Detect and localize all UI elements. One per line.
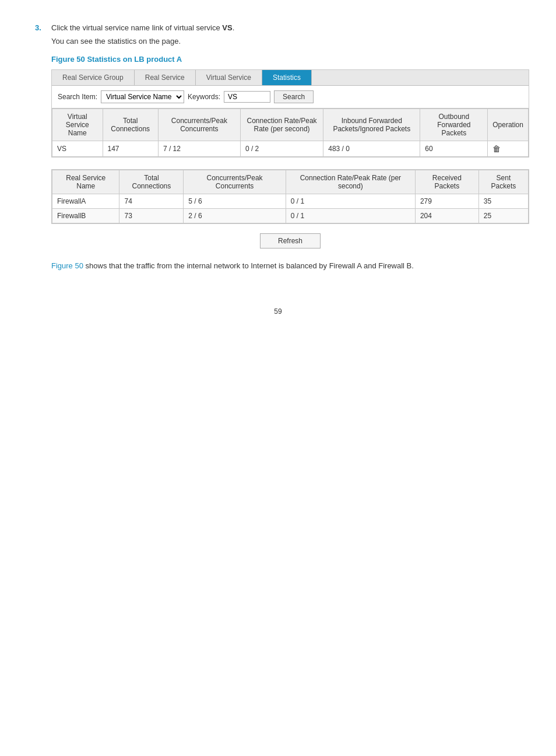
- sub-text: You can see the statistics on the page.: [51, 37, 521, 46]
- figure-50-link[interactable]: Figure 50: [51, 261, 83, 270]
- rs-name-1: FirewallB: [52, 209, 119, 223]
- rs-concurrents-1: 2 / 6: [184, 209, 286, 223]
- search-select[interactable]: Virtual Service Name: [101, 90, 184, 103]
- col-total-connections: Total Connections: [103, 109, 158, 141]
- col-rs-sent: Sent Packets: [478, 170, 528, 194]
- col-rs-concurrents: Concurrents/Peak Concurrents: [184, 170, 286, 194]
- figure-container: Real Service Group Real Service Virtual …: [51, 69, 529, 158]
- rs-received-1: 204: [415, 209, 478, 223]
- vs-concurrents: 7 / 12: [158, 141, 240, 157]
- real-service-table: Real Service Name Total Connections Conc…: [52, 170, 529, 223]
- col-rs-name: Real Service Name: [52, 170, 119, 194]
- keywords-label: Keywords:: [188, 93, 220, 101]
- rs-sent-0: 35: [478, 194, 528, 209]
- table-row: VS 147 7 / 12 0 / 2 483 / 0 60: [52, 141, 529, 157]
- col-rs-connection-rate: Connection Rate/Peak Rate (per second): [286, 170, 415, 194]
- rs-received-0: 279: [415, 194, 478, 209]
- col-virtual-service-name: Virtual Service Name: [52, 109, 103, 141]
- vs-name: VS: [52, 141, 103, 157]
- rs-sent-1: 25: [478, 209, 528, 223]
- col-rs-total-connections: Total Connections: [119, 170, 184, 194]
- body-text-content: shows that the traffic from the internal…: [83, 261, 414, 270]
- rs-name-0: FirewallA: [52, 194, 119, 209]
- tabs-bar: Real Service Group Real Service Virtual …: [52, 70, 529, 86]
- step-number: 3.: [35, 23, 51, 32]
- refresh-area: Refresh: [51, 233, 529, 249]
- step-3: 3. Click the virtual service name link o…: [35, 23, 521, 32]
- search-bar: Search Item: Virtual Service Name Keywor…: [52, 86, 529, 108]
- table-row: FirewallA 74 5 / 6 0 / 1 279 35: [52, 194, 529, 209]
- col-rs-received: Received Packets: [415, 170, 478, 194]
- tab-virtual-service[interactable]: Virtual Service: [196, 70, 262, 85]
- tab-real-service[interactable]: Real Service: [135, 70, 196, 85]
- search-item-label: Search Item:: [58, 93, 97, 101]
- table-row: FirewallB 73 2 / 6 0 / 1 204 25: [52, 209, 529, 223]
- figure-caption: Figure 50 Statistics on LB product A: [51, 55, 521, 64]
- vs-operation[interactable]: [488, 141, 529, 157]
- step-text-before: Click the virtual service name link of v…: [51, 23, 222, 32]
- trash-icon[interactable]: [492, 144, 501, 153]
- rs-total-0: 74: [119, 194, 184, 209]
- col-connection-rate: Connection Rate/Peak Rate (per second): [240, 109, 323, 141]
- vs-total-connections: 147: [103, 141, 158, 157]
- body-text: Figure 50 shows that the traffic from th…: [51, 260, 521, 272]
- page-number: 59: [35, 307, 521, 316]
- tab-statistics[interactable]: Statistics: [262, 70, 312, 85]
- vs-connection-rate: 0 / 2: [240, 141, 323, 157]
- step-bold-text: VS: [222, 23, 232, 32]
- rs-total-1: 73: [119, 209, 184, 223]
- tab-real-service-group[interactable]: Real Service Group: [52, 70, 135, 85]
- vs-inbound: 483 / 0: [323, 141, 420, 157]
- rs-connrate-1: 0 / 1: [286, 209, 415, 223]
- refresh-button[interactable]: Refresh: [260, 233, 321, 249]
- virtual-service-table: Virtual Service Name Total Connections C…: [52, 108, 529, 157]
- search-button[interactable]: Search: [274, 90, 314, 103]
- col-concurrents: Concurrents/Peak Concurrents: [158, 109, 240, 141]
- col-operation: Operation: [488, 109, 529, 141]
- step-text-after: .: [233, 23, 235, 32]
- keywords-input[interactable]: [224, 91, 270, 103]
- vs-outbound: 60: [420, 141, 488, 157]
- col-outbound: Outbound Forwarded Packets: [420, 109, 488, 141]
- rs-concurrents-0: 5 / 6: [184, 194, 286, 209]
- rs-connrate-0: 0 / 1: [286, 194, 415, 209]
- real-service-table-container: Real Service Name Total Connections Conc…: [51, 169, 529, 224]
- col-inbound: Inbound Forwarded Packets/Ignored Packet…: [323, 109, 420, 141]
- step-text: Click the virtual service name link of v…: [51, 23, 234, 32]
